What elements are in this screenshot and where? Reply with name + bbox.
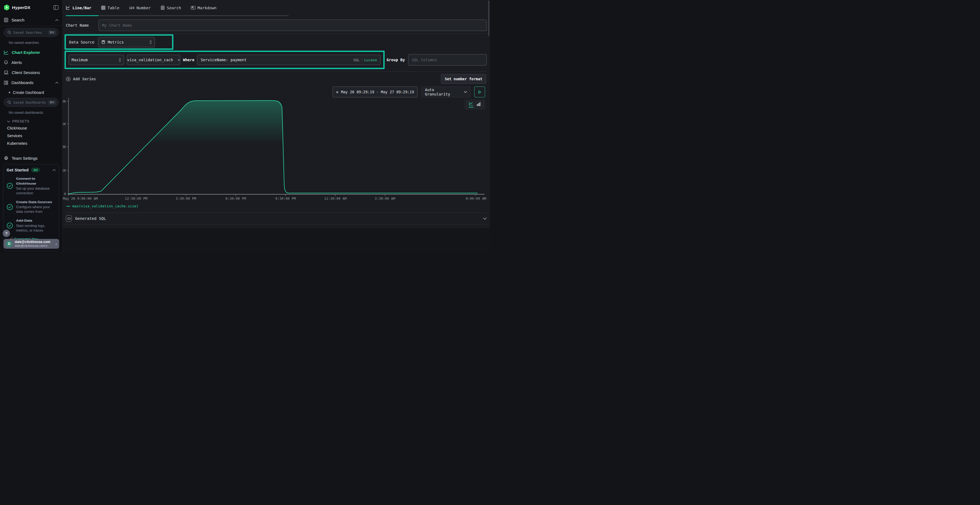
chevron-down-icon: [464, 91, 467, 93]
tab-markdown[interactable]: M↓ Markdown: [191, 6, 216, 10]
metric-field-select[interactable]: visa_validation_cach ×: [127, 55, 180, 65]
sql-mode-button[interactable]: SQL: [353, 58, 360, 62]
add-series-button[interactable]: Add Series: [66, 77, 96, 81]
nav-label: Dashboards: [11, 80, 33, 85]
user-org: dale@clickhouse.com's: [15, 244, 53, 248]
play-icon: [478, 90, 482, 94]
saved-searches-input[interactable]: [13, 30, 46, 35]
team-settings-label: Team Settings: [12, 156, 38, 160]
series-annotation-box: Maximum visa_validation_cach × Where Ser…: [65, 51, 385, 69]
svg-text:12:30:00 AM: 12:30:00 AM: [324, 197, 347, 200]
check-circle-icon: [6, 204, 13, 210]
bar-chart-toggle-icon[interactable]: [477, 102, 481, 107]
where-filter-input[interactable]: ServiceName: payment SQL Lucene: [197, 55, 380, 65]
get-started-item-add-data[interactable]: Add Data Start sending logs, metrics, or…: [6, 218, 56, 233]
saved-dashboards-input[interactable]: [13, 100, 46, 105]
presets-toggle[interactable]: PRESETS: [0, 117, 62, 124]
legend-series-dash: [67, 206, 70, 206]
timeseries-chart[interactable]: 100K75K50K25K0May 26 9:00:00 AM12:30:00 …: [63, 98, 490, 203]
svg-text:3:30:00 AM: 3:30:00 AM: [375, 197, 395, 200]
saved-dashboards-searchbox[interactable]: ⌘K: [4, 98, 59, 106]
code-icon: [66, 215, 72, 222]
run-query-button[interactable]: [474, 87, 485, 97]
shortcut-badge: ⌘K: [48, 30, 56, 35]
sidebar: HyperDX Search ⌘K No saved searches: [0, 0, 63, 252]
granularity-value: Auto Granularity: [425, 87, 460, 96]
chevron-up-icon: [55, 19, 59, 21]
help-button[interactable]: ?: [3, 230, 10, 237]
chevron-down-icon: [483, 218, 487, 220]
svg-text:75K: 75K: [63, 122, 66, 126]
select-updown-icon: [150, 40, 152, 44]
lucene-mode-button[interactable]: Lucene: [364, 58, 377, 62]
number-123-icon: 123: [129, 6, 134, 10]
sidebar-item-team-settings[interactable]: Team Settings: [0, 153, 62, 163]
sidebar-item-dashboards[interactable]: Dashboards: [0, 78, 62, 87]
get-started-item-datasources[interactable]: Create Data Sources Configure where your…: [6, 200, 56, 214]
group-by-input[interactable]: [408, 54, 487, 65]
get-started-item-connect[interactable]: Connect to ClickHouse Set up your databa…: [6, 176, 56, 195]
get-started-item-title: Create Data Sources: [16, 200, 56, 205]
chevron-down-icon: [7, 121, 10, 122]
data-source-label: Data Source: [69, 40, 94, 44]
user-menu[interactable]: D dale@clickhouse.com dale@clickhouse.co…: [3, 239, 59, 249]
create-dashboard-button[interactable]: + Create Dashboard: [0, 87, 62, 97]
date-range-value: May 26 09:29:19 - May 27 09:29:19: [341, 90, 414, 94]
chart-type-tabstrip: Line/Bar Table 123 Number: [63, 0, 490, 16]
search-list-icon: [161, 6, 165, 10]
tab-table[interactable]: Table: [101, 6, 119, 10]
generated-sql-label: Generated SQL: [75, 216, 106, 221]
divider: [362, 58, 362, 62]
line-chart-icon: [4, 50, 8, 55]
generated-sql-toggle[interactable]: Generated SQL: [66, 213, 487, 224]
chart-area: 100K75K50K25K0May 26 9:00:00 AM12:30:00 …: [63, 98, 490, 207]
tab-underline-track: [66, 15, 288, 16]
main-content: Line/Bar Table 123 Number: [63, 0, 490, 252]
get-started-item-desc: Start sending logs, metrics, or traces: [16, 224, 56, 233]
aggregation-value: Maximum: [72, 58, 88, 62]
database-icon: [101, 40, 105, 44]
aggregation-select[interactable]: Maximum: [68, 55, 124, 65]
nav-label: Chart Explorer: [12, 50, 40, 55]
divider: [66, 71, 487, 71]
remove-metric-icon[interactable]: ×: [178, 58, 180, 62]
tab-search[interactable]: Search: [161, 6, 181, 10]
get-started-item-desc: Configure where your data comes from: [16, 205, 56, 214]
no-saved-dashboards-text: No saved dashboards: [0, 109, 62, 117]
metric-chip-label: visa_validation_cach: [127, 58, 173, 62]
set-number-format-button[interactable]: Set number format: [441, 74, 486, 84]
preset-services[interactable]: Services: [0, 132, 62, 140]
tab-number[interactable]: 123 Number: [129, 6, 151, 10]
chart-name-label: Chart Name: [66, 23, 99, 27]
nav-label: Alerts: [11, 60, 22, 65]
sidebar-item-client-sessions[interactable]: Client Sessions: [0, 67, 62, 78]
markdown-icon: M↓: [191, 6, 195, 10]
sidebar-item-chart-explorer[interactable]: Chart Explorer: [0, 48, 62, 57]
check-circle-icon: [6, 222, 13, 229]
search-icon: [7, 30, 11, 34]
get-started-item-title: Connect to ClickHouse: [16, 176, 56, 186]
where-value: ServiceName: payment: [200, 58, 353, 62]
sidebar-section-search[interactable]: Search: [0, 14, 62, 25]
date-range-picker[interactable]: May 26 09:29:19 - May 27 09:29:19: [332, 87, 418, 97]
no-saved-searches-text: No saved searches: [0, 39, 62, 48]
shortcut-badge: ⌘K: [48, 100, 56, 105]
collapse-sidebar-icon[interactable]: [53, 5, 59, 10]
chart-name-input[interactable]: [99, 20, 487, 31]
get-started-item-desc: Set up your database connection: [16, 186, 56, 195]
data-source-select[interactable]: Metrics: [98, 37, 155, 48]
sidebar-item-alerts[interactable]: Alerts: [0, 57, 62, 67]
tab-line-bar[interactable]: Line/Bar: [66, 6, 91, 10]
granularity-select[interactable]: Auto Granularity: [422, 87, 470, 97]
scrollbar-thumb[interactable]: [488, 0, 490, 36]
legend-series-label: max(visa_validation_cache.size): [72, 204, 138, 208]
bell-icon: [4, 60, 8, 65]
svg-text:25K: 25K: [63, 168, 66, 173]
get-started-item-title: Add Data: [16, 218, 56, 223]
saved-searches-searchbox[interactable]: ⌘K: [4, 28, 59, 37]
line-chart-toggle-icon[interactable]: [469, 102, 473, 108]
svg-text:6:30:00 PM: 6:30:00 PM: [225, 197, 246, 200]
preset-kubernetes[interactable]: Kubernetes: [0, 140, 62, 147]
preset-clickhouse[interactable]: ClickHouse: [0, 124, 62, 132]
chevron-up-icon[interactable]: [52, 169, 56, 171]
